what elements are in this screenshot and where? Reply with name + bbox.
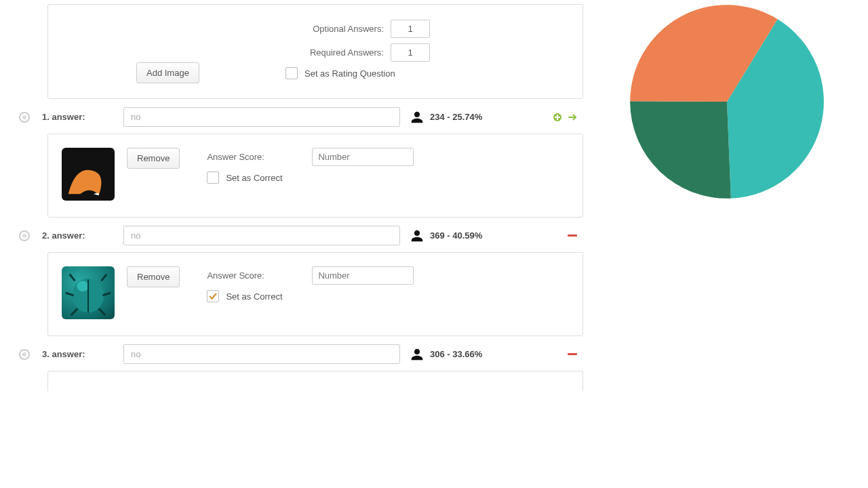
- rating-question-checkbox[interactable]: [285, 67, 298, 79]
- question-settings-panel: Add Image Optional Answers: Required Ans…: [47, 4, 583, 99]
- set-correct-checkbox[interactable]: [207, 290, 219, 302]
- answer-text-input[interactable]: [123, 226, 400, 245]
- answer-detail-panel: Remove Answer Score: Set as Correct: [47, 252, 583, 336]
- person-icon: [410, 228, 425, 243]
- answer-stats: 369 - 40.59%: [430, 230, 511, 241]
- optional-answers-input[interactable]: [391, 20, 430, 38]
- answer-index-label: 2. answer:: [42, 230, 123, 241]
- required-answers-input[interactable]: [391, 43, 430, 62]
- answer-row: 2. answer: 369 - 40.59%: [14, 223, 583, 248]
- answer-score-label: Answer Score:: [207, 152, 312, 162]
- required-answers-label: Required Answers:: [285, 47, 391, 58]
- set-correct-label: Set as Correct: [226, 173, 282, 183]
- answer-text-input[interactable]: [123, 107, 400, 127]
- answer-text-input[interactable]: [123, 344, 400, 364]
- add-image-button[interactable]: Add Image: [136, 62, 199, 83]
- set-correct-label: Set as Correct: [226, 291, 282, 302]
- move-icon[interactable]: [567, 112, 578, 123]
- answer-row: 3. answer: 306 - 33.66%: [14, 342, 583, 367]
- answer-radio[interactable]: [19, 349, 30, 360]
- answer-thumbnail: [62, 266, 115, 319]
- remove-image-button[interactable]: Remove: [127, 266, 180, 287]
- pie-slice: [630, 101, 731, 199]
- answer-stats: 234 - 25.74%: [430, 112, 511, 122]
- person-icon: [410, 347, 425, 362]
- answer-detail-panel: [47, 371, 583, 391]
- answer-row: 1. answer: 234 - 25.74%: [14, 104, 583, 129]
- results-pie-chart: [625, 0, 829, 203]
- optional-answers-label: Optional Answers:: [285, 24, 391, 34]
- answer-stats: 306 - 33.66%: [430, 349, 511, 359]
- answer-thumbnail: [62, 148, 115, 201]
- answer-score-input[interactable]: [312, 148, 414, 166]
- answer-index-label: 3. answer:: [42, 349, 123, 359]
- set-correct-checkbox[interactable]: [207, 171, 219, 184]
- answer-radio[interactable]: [19, 112, 30, 123]
- svg-point-2: [77, 281, 89, 291]
- person-icon: [410, 110, 425, 125]
- answer-radio[interactable]: [19, 230, 30, 241]
- rating-question-label: Set as Rating Question: [304, 68, 395, 79]
- remove-answer-icon[interactable]: [567, 349, 578, 360]
- answer-detail-panel: Remove Answer Score: Set as Correct: [47, 134, 583, 218]
- remove-image-button[interactable]: Remove: [127, 148, 180, 169]
- answer-index-label: 1. answer:: [42, 112, 123, 122]
- answer-score-label: Answer Score:: [207, 270, 312, 281]
- plus-icon[interactable]: [552, 112, 563, 123]
- remove-answer-icon[interactable]: [567, 230, 578, 241]
- answer-score-input[interactable]: [312, 266, 414, 285]
